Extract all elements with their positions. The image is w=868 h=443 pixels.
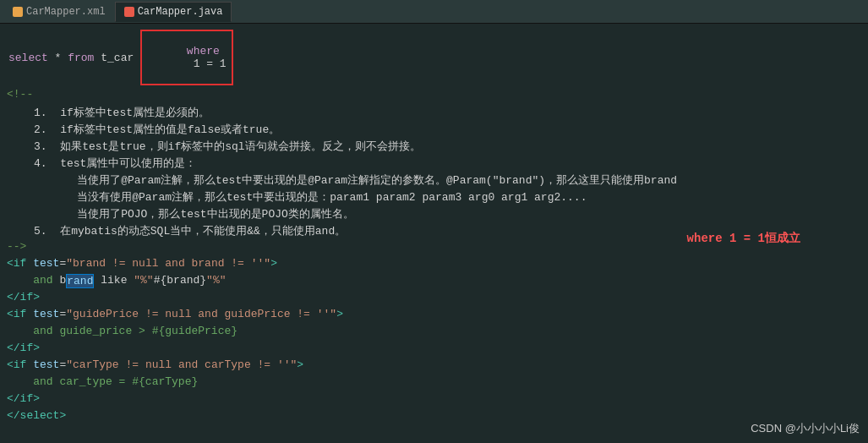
line-item2: 2. if标签中test属性的值是false或者true。 [0, 122, 868, 139]
tab-java[interactable]: CarMapper.java [115, 2, 232, 22]
line-if2-body: and guide_price > #{guidePrice} [0, 325, 868, 342]
line-if2-open: <if test = " guidePrice != null and guid… [0, 308, 868, 325]
line-if3-body: and car_type = #{carType} [0, 375, 868, 392]
where-highlight-box: where 1 = 1 [140, 30, 233, 85]
line-comment-open: <!-- [0, 88, 868, 105]
line-if3-close: </if> [0, 392, 868, 409]
line-item3: 3. 如果test是true，则if标签中的sql语句就会拼接。反之，则不会拼接… [0, 139, 868, 156]
editor: select * from t_car where 1 = 1 <!-- 1. … [0, 24, 868, 443]
line-item4: 4. test属性中可以使用的是： [0, 156, 868, 172]
line-item4a: 当使用了@Param注解，那么test中要出现的是@Param注解指定的参数名。… [0, 172, 868, 189]
line-item4b: 当没有使用@Param注解，那么test中要出现的是：param1 param2… [0, 189, 868, 206]
xml-icon [13, 7, 23, 17]
brand-highlight: rand [66, 274, 94, 288]
tab-xml-label: CarMapper.xml [26, 6, 106, 18]
line-if1-open: <if test = " brand != null and brand != … [0, 257, 868, 274]
line-select-close: </select> [0, 409, 868, 426]
keyword-select: select [8, 52, 48, 64]
line-item4c: 当使用了POJO，那么test中出现的是POJO类的属性名。 [0, 206, 868, 223]
line-if2-close: </if> [0, 342, 868, 358]
line-item1: 1. if标签中test属性是必须的。 [0, 105, 868, 122]
java-icon [124, 7, 134, 17]
tab-bar: CarMapper.xml CarMapper.java [0, 0, 868, 24]
watermark: CSDN @小小小小Li俊 [751, 421, 860, 436]
line-select: select * from t_car where 1 = 1 [0, 27, 868, 88]
annotation-where: where 1 = 1恒成立 [687, 231, 800, 246]
line-if1-close: </if> [0, 291, 868, 308]
line-if3-open: <if test = " carType != null and carType… [0, 358, 868, 375]
tab-java-label: CarMapper.java [138, 6, 223, 18]
tab-xml[interactable]: CarMapper.xml [3, 2, 115, 22]
line-if1-body: and brand like "%" #{brand} "%" [0, 274, 868, 291]
keyword-from: from [68, 52, 94, 64]
